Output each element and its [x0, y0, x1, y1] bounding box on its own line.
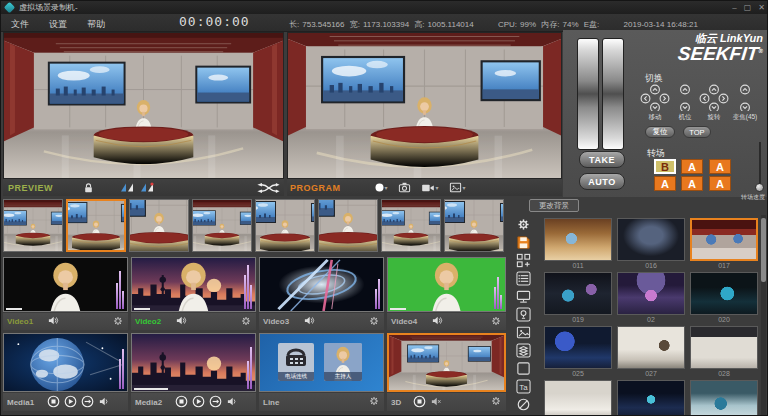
transition-speed-slider[interactable]: [755, 183, 764, 192]
record-icon[interactable]: ▾: [375, 183, 388, 192]
video3-thumbnail[interactable]: [259, 257, 384, 312]
library-scene-016[interactable]: 016: [617, 218, 685, 269]
maximize-icon[interactable]: ▢: [744, 3, 752, 12]
frame-icon[interactable]: [515, 360, 532, 376]
threed-stop-button[interactable]: [413, 395, 426, 410]
top-button[interactable]: TOP: [683, 126, 711, 138]
media1-thumbnail[interactable]: [3, 333, 128, 392]
minimize-icon[interactable]: –: [732, 3, 736, 12]
shot-thumbnail-2-selected[interactable]: [66, 199, 126, 252]
library-scene-row4-2[interactable]: [617, 380, 685, 416]
flip-vertical-icon[interactable]: [140, 182, 154, 193]
media2-thumbnail[interactable]: [131, 333, 256, 392]
video-camera-icon[interactable]: ▾: [421, 183, 439, 193]
library-scrollbar-thumb[interactable]: [761, 218, 766, 282]
text-tool-icon[interactable]: Ta: [515, 378, 532, 394]
save-icon[interactable]: [515, 234, 532, 250]
layers-icon[interactable]: [515, 342, 532, 358]
library-scene-row4-3[interactable]: [690, 380, 758, 416]
preview-monitor[interactable]: [3, 32, 284, 179]
library-scene-025[interactable]: 025: [544, 326, 612, 377]
threed-muted-speaker-icon[interactable]: [430, 396, 442, 409]
video2-speaker-icon[interactable]: [175, 315, 187, 328]
dpad-zoom[interactable]: [730, 84, 760, 111]
video2-thumbnail[interactable]: [131, 257, 256, 312]
library-scrollbar[interactable]: [761, 215, 766, 415]
dim-length-value: 753.545166: [302, 20, 344, 29]
line-host-box[interactable]: 主持人: [324, 343, 362, 381]
video1-speaker-icon[interactable]: [47, 315, 59, 328]
shot-thumbnail-8[interactable]: [444, 199, 504, 252]
change-background-button[interactable]: 更改背景: [529, 199, 579, 212]
transition-a5-button[interactable]: A: [681, 176, 703, 191]
snapshot-camera-icon[interactable]: [398, 182, 411, 193]
media2-stop-button[interactable]: [175, 395, 188, 410]
threed-thumbnail-selected[interactable]: [387, 333, 506, 392]
library-scene-row4-1[interactable]: [544, 380, 612, 416]
video4-thumbnail[interactable]: [387, 257, 506, 312]
program-monitor[interactable]: [287, 32, 562, 179]
video2-settings-icon[interactable]: [240, 315, 252, 329]
layout-icon[interactable]: [515, 252, 532, 268]
image-panel-icon[interactable]: [515, 324, 532, 340]
dpad-move[interactable]: [640, 84, 670, 111]
library-scene-027[interactable]: 027: [617, 326, 685, 377]
media1-play-button[interactable]: [64, 395, 77, 410]
library-scene-017-selected[interactable]: 017: [690, 218, 758, 269]
media1-speaker-icon[interactable]: [98, 396, 110, 409]
video4-speaker-icon[interactable]: [431, 315, 443, 328]
transition-a4-button[interactable]: A: [654, 176, 676, 191]
take-button[interactable]: TAKE: [579, 151, 625, 168]
tbar-handle-left[interactable]: [577, 38, 599, 150]
library-scene-02[interactable]: 02: [617, 272, 685, 323]
shot-thumbnail-4[interactable]: [192, 199, 252, 252]
shot-thumbnail-5[interactable]: [255, 199, 315, 252]
tbar-handle-right[interactable]: [602, 38, 624, 150]
line-settings-icon[interactable]: [368, 395, 380, 409]
menu-settings[interactable]: 设置: [49, 18, 67, 31]
list-icon[interactable]: [515, 270, 532, 286]
still-image-icon[interactable]: ▾: [449, 182, 466, 193]
video3-speaker-icon[interactable]: [303, 315, 315, 328]
transition-a6-button[interactable]: A: [709, 176, 731, 191]
display-icon[interactable]: [515, 288, 532, 304]
transition-a3-button[interactable]: A: [709, 159, 731, 174]
transition-tbar[interactable]: [577, 38, 624, 150]
media1-stop-button[interactable]: [47, 395, 60, 410]
swap-preview-program-icon[interactable]: [256, 182, 280, 194]
library-scene-020[interactable]: 020: [690, 272, 758, 323]
dpad-rotate[interactable]: [699, 84, 729, 111]
video1-thumbnail[interactable]: [3, 257, 128, 312]
media2-speaker-icon[interactable]: [226, 396, 238, 409]
reset-button[interactable]: 复位: [645, 126, 675, 138]
shot-thumbnail-6[interactable]: [318, 199, 378, 252]
video4-settings-icon[interactable]: [490, 315, 502, 329]
video1-settings-icon[interactable]: [112, 315, 124, 329]
lock-icon[interactable]: [83, 182, 94, 194]
media2-loop-button[interactable]: [209, 395, 222, 410]
auto-button[interactable]: AUTO: [579, 173, 625, 190]
transition-b-button[interactable]: B: [654, 159, 676, 174]
media2-play-button[interactable]: [192, 395, 205, 410]
library-scene-028[interactable]: 028: [690, 326, 758, 377]
video3-settings-icon[interactable]: [368, 315, 380, 329]
shot-thumbnail-1[interactable]: [3, 199, 63, 252]
shot-thumbnail-3[interactable]: [129, 199, 189, 252]
library-scene-019[interactable]: 019: [544, 272, 612, 323]
menu-file[interactable]: 文件: [11, 18, 29, 31]
close-icon[interactable]: ✕: [758, 3, 765, 12]
shot-thumbnail-7[interactable]: [381, 199, 441, 252]
media1-loop-button[interactable]: [81, 395, 94, 410]
settings-icon[interactable]: [515, 216, 532, 232]
dim-width-label: 宽:: [350, 20, 360, 29]
line-phone-box[interactable]: 电话连线: [278, 343, 314, 381]
flip-horizontal-icon[interactable]: [120, 182, 134, 193]
dpad-camera-position[interactable]: [670, 84, 700, 111]
threed-settings-icon[interactable]: [490, 395, 502, 409]
transition-a2-button[interactable]: A: [681, 159, 703, 174]
disable-icon[interactable]: [515, 396, 532, 412]
line-thumbnail[interactable]: 电话连线 主持人: [259, 333, 384, 392]
lightbulb-icon[interactable]: [515, 306, 532, 322]
menu-help[interactable]: 帮助: [87, 18, 105, 31]
library-scene-011[interactable]: 011: [544, 218, 612, 269]
